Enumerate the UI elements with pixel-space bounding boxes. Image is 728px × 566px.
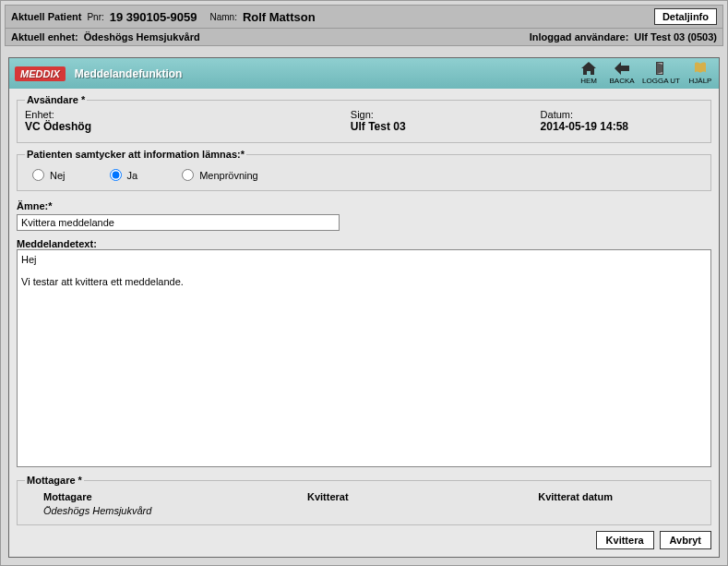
recipient-section-label: Mottagare * <box>25 475 84 486</box>
loggedin-value: Ulf Test 03 (0503) <box>634 31 717 42</box>
aktuell-enhet-label: Aktuell enhet: <box>11 31 78 42</box>
avbryt-button[interactable]: Avbryt <box>660 531 711 549</box>
consent-ja[interactable]: Ja <box>110 169 138 181</box>
kvittera-button[interactable]: Kvittera <box>596 531 654 549</box>
datum-label: Datum: <box>541 109 703 120</box>
consent-nej-label: Nej <box>50 170 66 181</box>
home-icon <box>581 62 596 77</box>
subject-label: Ämne:* <box>17 200 711 211</box>
toolbar-loggaut[interactable]: LOGGA UT <box>642 62 680 85</box>
recip-value-kvitterat-datum <box>538 505 703 516</box>
consent-nej-radio[interactable] <box>32 169 44 181</box>
toolbar-loggaut-label: LOGGA UT <box>642 77 680 85</box>
recipient-row: Ödeshögs Hemsjukvård <box>25 504 703 517</box>
toolbar-hjalp-label: HJÄLP <box>689 77 712 85</box>
toolbar-hem-label: HEM <box>580 77 597 85</box>
aktuell-patient-label: Aktuell Patient <box>11 11 81 22</box>
logout-door-icon <box>654 62 669 77</box>
back-arrow-icon <box>615 62 629 77</box>
recip-col-kvitterat-datum: Kvitterat datum <box>538 491 703 502</box>
consent-men-label: Menprövning <box>199 170 258 181</box>
detail-button[interactable]: Detaljinfo <box>654 8 717 25</box>
consent-ja-radio[interactable] <box>110 169 122 181</box>
toolbar-hjalp[interactable]: HJÄLP <box>687 62 713 85</box>
pnr-label: Pnr: <box>87 12 103 22</box>
recip-value-mottagare: Ödeshögs Hemsjukvård <box>43 505 307 516</box>
namn-label: Namn: <box>209 12 236 22</box>
toolbar-backa-label: BACKA <box>610 77 635 85</box>
sender-fieldset: Avsändare * Enhet: Sign: Datum: VC Ödesh… <box>17 94 711 143</box>
recip-col-kvitterat: Kvitterat <box>307 491 538 502</box>
sender-section-label: Avsändare * <box>25 94 87 105</box>
help-book-icon <box>693 62 708 77</box>
top-bar: Aktuell Patient Pnr: 19 390105-9059 Namn… <box>5 5 723 46</box>
unit-row: Aktuell enhet: Ödeshögs Hemsjukvård Inlo… <box>6 29 722 45</box>
subject-input[interactable] <box>17 214 340 231</box>
recipient-fieldset: Mottagare * Mottagare Kvitterat Kvittera… <box>17 475 711 525</box>
datum-value: 2014-05-19 14:58 <box>541 120 703 133</box>
toolbar-backa[interactable]: BACKA <box>609 62 635 85</box>
consent-men-radio[interactable] <box>182 169 194 181</box>
enhet-label: Enhet: <box>25 109 351 120</box>
message-label: Meddelandetext: <box>17 238 711 249</box>
message-textarea[interactable] <box>17 249 711 467</box>
aktuell-enhet-value: Ödeshögs Hemsjukvård <box>84 31 200 42</box>
panel-header: MEDDIX Meddelandefunktion HEM BACKA LOGG… <box>9 58 719 89</box>
consent-nej[interactable]: Nej <box>32 169 66 181</box>
consent-ja-label: Ja <box>127 170 138 181</box>
consent-fieldset: Patienten samtycker att information lämn… <box>17 149 711 191</box>
recipient-header-row: Mottagare Kvitterat Kvitterat datum <box>25 489 703 504</box>
enhet-value: VC Ödeshög <box>25 120 351 133</box>
sign-value: Ulf Test 03 <box>351 120 541 133</box>
sign-label: Sign: <box>351 109 541 120</box>
toolbar-hem[interactable]: HEM <box>576 62 602 85</box>
loggedin-label: Inloggad användare: <box>530 31 629 42</box>
pnr-value: 19 390105-9059 <box>110 10 197 24</box>
patient-row: Aktuell Patient Pnr: 19 390105-9059 Namn… <box>6 6 722 29</box>
panel-title: Meddelandefunktion <box>75 67 183 80</box>
recip-value-kvitterat <box>307 505 538 516</box>
namn-value: Rolf Mattson <box>243 10 316 24</box>
brand-logo: MEDDIX <box>15 66 66 81</box>
consent-menprovning[interactable]: Menprövning <box>182 169 258 181</box>
consent-section-label: Patienten samtycker att information lämn… <box>25 149 246 160</box>
recip-col-mottagare: Mottagare <box>43 491 307 502</box>
